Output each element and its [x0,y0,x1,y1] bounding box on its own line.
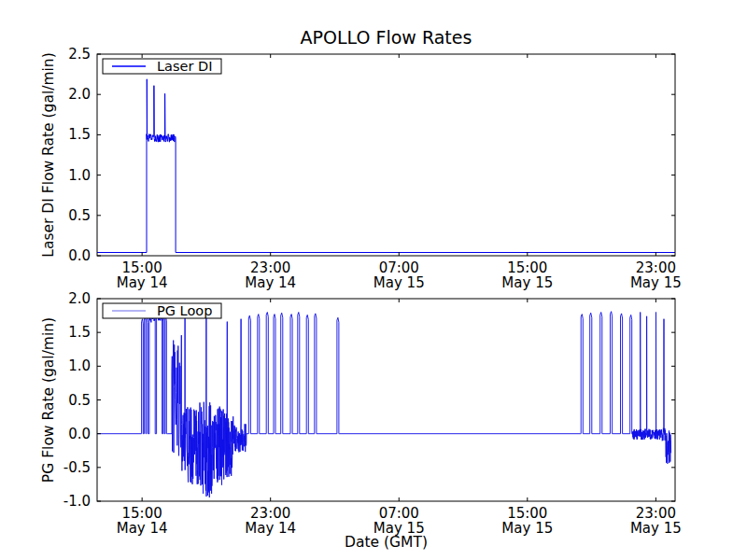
matplotlib-figure: 15:00May 1423:00May 1407:00May 1515:00Ma… [0,0,747,560]
plot-area [97,299,675,501]
figure-canvas: 15:00May 1423:00May 1407:00May 1515:00Ma… [0,0,747,560]
legend-label: PG Loop [157,303,212,318]
legend-pg-loop: PG Loop [103,303,221,318]
y-tick-label: 1.5 [68,126,91,143]
x-tick-date: May 14 [245,274,296,291]
x-tick-date: May 15 [501,520,553,537]
figure-title: APOLLO Flow Rates [301,27,472,48]
x-tick-date: May 15 [630,520,682,537]
y-tick-label: -0.5 [63,459,91,476]
axes-pg-loop: 15:00May 1423:00May 1407:00May 1515:00Ma… [40,290,682,551]
y-tick-label: 0.5 [68,392,91,409]
y-axis-label: Laser DI Flow Rate (gal/min) [40,52,57,257]
x-tick-date: May 14 [245,520,296,537]
y-tick-label: 1.5 [68,324,91,341]
x-tick-date: May 14 [117,520,168,537]
y-tick-label: 1.0 [68,167,91,184]
x-tick-date: May 15 [501,274,553,291]
y-tick-label: 2.0 [68,290,91,307]
x-tick-date: May 14 [117,274,168,291]
y-tick-label: 2.5 [68,46,91,63]
y-tick-label: 0.5 [68,207,91,224]
y-tick-label: 1.0 [68,357,91,374]
y-tick-label: 0.0 [68,426,91,442]
x-axis-label: Date (GMT) [345,534,428,551]
legend-label: Laser DI [157,59,212,74]
y-tick-label: 2.0 [68,86,91,103]
x-tick-date: May 15 [630,274,682,291]
plot-area [97,54,675,256]
y-tick-label: -1.0 [63,493,91,510]
y-tick-label: 0.0 [68,247,91,264]
y-axis-label: PG Flow Rate (gal/min) [40,317,57,483]
axes-laser-di: 15:00May 1423:00May 1407:00May 1515:00Ma… [40,27,682,291]
legend-laser-di: Laser DI [103,59,221,74]
x-tick-date: May 15 [374,274,425,291]
